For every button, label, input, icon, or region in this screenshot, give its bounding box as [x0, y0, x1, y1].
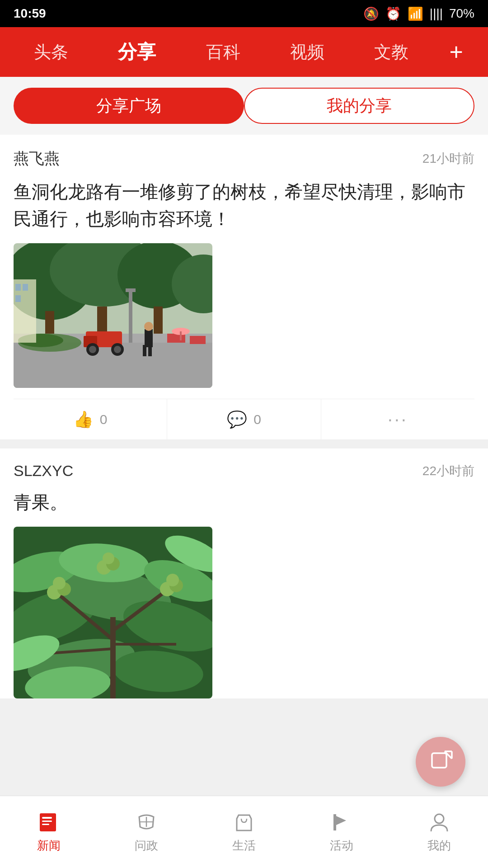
- svg-rect-58: [432, 753, 446, 768]
- post-image-1[interactable]: [14, 243, 212, 388]
- post-header-2: SLZXYC 22小时前: [14, 462, 474, 480]
- svg-rect-31: [126, 288, 136, 292]
- svg-rect-28: [23, 284, 28, 291]
- like-icon-1: 👍: [73, 410, 94, 429]
- post-time-2: 22小时前: [422, 462, 474, 480]
- compose-icon: [428, 750, 453, 774]
- svg-rect-20: [143, 345, 146, 356]
- bottom-nav-profile-label: 我的: [427, 838, 451, 854]
- svg-point-55: [103, 552, 114, 564]
- post-author-2: SLZXYC: [14, 462, 73, 480]
- tab-selector: 分享广场 我的分享: [0, 77, 488, 135]
- svg-point-52: [166, 574, 179, 586]
- plant-image-svg: [14, 527, 212, 698]
- svg-rect-64: [42, 821, 52, 822]
- battery-label: 70%: [449, 6, 474, 21]
- post-author-1: 燕飞燕: [14, 148, 60, 169]
- street-image-svg: [14, 243, 212, 388]
- post-time-1: 21小时前: [422, 150, 474, 167]
- like-count-1: 0: [100, 412, 108, 427]
- svg-rect-68: [333, 814, 336, 830]
- bottom-nav-wenzheng-label: 问政: [135, 838, 158, 854]
- bottom-nav: 新闻 问政 生活 活动 我的: [0, 796, 488, 868]
- news-icon: [37, 811, 61, 834]
- bottom-nav-profile[interactable]: 我的: [418, 806, 460, 858]
- like-button-1[interactable]: 👍 0: [14, 399, 167, 439]
- comment-icon-1: 💬: [227, 410, 247, 429]
- svg-rect-27: [15, 284, 21, 291]
- svg-rect-62: [40, 813, 56, 831]
- svg-point-49: [53, 577, 66, 590]
- nav-wenjiao[interactable]: 文教: [365, 36, 418, 68]
- nav-add-button[interactable]: +: [449, 38, 463, 66]
- post-card-1: 燕飞燕 21小时前 鱼洞化龙路有一堆修剪了的树枝，希望尽快清理，影响市民通行，也…: [0, 135, 488, 439]
- alarm-icon: ⏰: [385, 6, 401, 21]
- svg-rect-29: [15, 295, 21, 302]
- svg-marker-69: [336, 816, 346, 825]
- nav-video[interactable]: 视频: [281, 36, 333, 68]
- mute-icon: 🔕: [363, 6, 379, 21]
- svg-rect-23: [190, 336, 206, 344]
- bottom-nav-activity-label: 活动: [330, 838, 353, 854]
- svg-rect-25: [180, 331, 182, 340]
- tab-share-square[interactable]: 分享广场: [14, 88, 244, 124]
- bottom-nav-news-label: 新闻: [37, 838, 61, 854]
- wenzheng-icon: [135, 811, 158, 834]
- post-content-1: 鱼洞化龙路有一堆修剪了的树枝，希望尽快清理，影响市民通行，也影响市容环境！: [14, 178, 474, 232]
- post-image-2[interactable]: [14, 527, 212, 698]
- nav-bar: 头条 分享 百科 视频 文教 +: [0, 27, 488, 77]
- status-time: 10:59: [14, 6, 46, 21]
- svg-point-17: [114, 346, 121, 353]
- svg-rect-22: [167, 334, 185, 343]
- svg-point-15: [89, 346, 96, 353]
- bottom-nav-wenzheng[interactable]: 问政: [126, 806, 167, 858]
- svg-rect-18: [145, 329, 153, 347]
- svg-rect-21: [148, 346, 152, 356]
- post-actions-1: 👍 0 💬 0 ···: [14, 399, 474, 439]
- post-card-2: SLZXYC 22小时前 青果。: [0, 448, 488, 698]
- divider-1: [0, 439, 488, 448]
- svg-point-70: [435, 814, 444, 823]
- wifi-icon: 📶: [408, 6, 423, 21]
- tab-my-share[interactable]: 我的分享: [244, 88, 474, 124]
- nav-share[interactable]: 分享: [109, 35, 165, 69]
- bottom-nav-life[interactable]: 生活: [223, 806, 265, 858]
- status-bar: 10:59 🔕 ⏰ 📶 |||| 70%: [0, 0, 488, 27]
- comment-count-1: 0: [253, 412, 261, 427]
- svg-rect-65: [42, 824, 49, 825]
- nav-toutiao[interactable]: 头条: [25, 36, 77, 68]
- bottom-nav-activity[interactable]: 活动: [321, 806, 362, 858]
- comment-button-1[interactable]: 💬 0: [167, 399, 321, 439]
- svg-rect-63: [42, 817, 52, 819]
- bottom-nav-life-label: 生活: [232, 838, 256, 854]
- profile-icon: [427, 811, 451, 834]
- nav-baike[interactable]: 百科: [197, 36, 249, 68]
- post-header-1: 燕飞燕 21小时前: [14, 148, 474, 169]
- bottom-nav-news[interactable]: 新闻: [28, 806, 70, 858]
- svg-rect-30: [129, 288, 132, 343]
- post-content-2: 青果。: [14, 489, 474, 516]
- content-area: 燕飞燕 21小时前 鱼洞化龙路有一堆修剪了的树枝，希望尽快清理，影响市民通行，也…: [0, 135, 488, 698]
- more-button-1[interactable]: ···: [321, 399, 474, 439]
- svg-point-19: [144, 322, 153, 331]
- status-icons: 🔕 ⏰ 📶 |||| 70%: [363, 6, 474, 21]
- life-icon: [232, 811, 256, 834]
- activity-icon: [330, 811, 353, 834]
- fab-compose-button[interactable]: [416, 737, 465, 787]
- signal-icon: ||||: [430, 6, 443, 21]
